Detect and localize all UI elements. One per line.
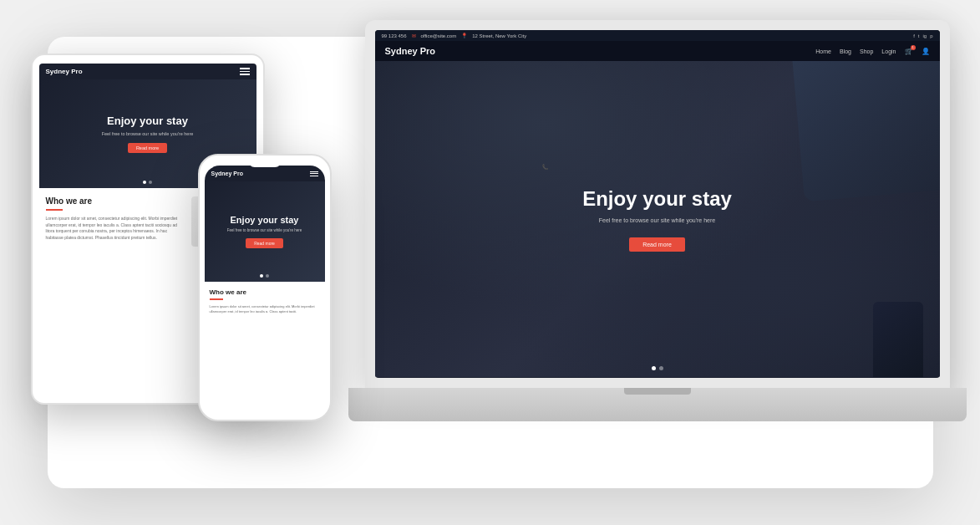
ph-dot-2[interactable] [266, 274, 269, 278]
social-pi[interactable]: p [930, 33, 932, 38]
phone-hero-dots [260, 274, 269, 278]
email-icon: ✉ [412, 33, 416, 38]
tablet-hero-dots [143, 181, 152, 184]
social-ig[interactable]: ig [922, 33, 927, 38]
location-icon: 📍 [461, 33, 467, 38]
laptop-hero-bg-device1 [791, 61, 939, 201]
tablet-hero-subtitle: Feel free to browse our site while you'r… [102, 131, 194, 136]
phone-notch [248, 161, 282, 167]
hamburger-line3 [240, 74, 250, 75]
tablet-hero-title: Enjoy your stay [107, 115, 188, 127]
tab-dot-1[interactable] [143, 181, 146, 184]
ph-hamburger-line3 [310, 176, 318, 176]
tablet-logo[interactable]: Sydney Pro [46, 68, 83, 75]
laptop-screen: 📞 99 123 456 ✉ office@site.com 📍 12 Stre… [375, 30, 940, 378]
phone-navbar: Sydney Pro [205, 166, 325, 181]
phone-icon: 📞 [542, 164, 676, 378]
laptop-address: 12 Street, New York City [472, 33, 526, 38]
laptop-logo[interactable]: Sydney Pro [385, 46, 436, 56]
ph-dot-1[interactable] [260, 274, 263, 278]
laptop-device: 📞 99 123 456 ✉ office@site.com 📍 12 Stre… [365, 20, 950, 421]
hamburger-line1 [240, 68, 250, 69]
hamburger-line2 [240, 71, 250, 73]
laptop-email: office@site.com [421, 33, 457, 38]
tablet-navbar: Sydney Pro [39, 64, 256, 79]
phone-red-underline [210, 298, 223, 300]
phone-logo[interactable]: Sydney Pro [211, 171, 244, 176]
social-tw[interactable]: t [918, 33, 920, 38]
ph-hamburger-line1 [310, 171, 318, 172]
user-icon[interactable]: 👤 [922, 48, 930, 55]
phone-body: Sydney Pro Enjoy your stay Feel free to … [198, 154, 332, 421]
laptop-base [348, 388, 967, 421]
nav-login[interactable]: Login [881, 48, 896, 54]
laptop-navbar: Sydney Pro Home Blog Shop Login 🛒1 👤 [375, 41, 940, 61]
phone-section-title: Who we are [210, 288, 320, 296]
phone-hamburger[interactable] [310, 171, 318, 176]
laptop-body: 📞 99 123 456 ✉ office@site.com 📍 12 Stre… [365, 20, 950, 388]
tab-dot-2[interactable] [149, 181, 152, 184]
cart-icon[interactable]: 🛒1 [905, 48, 913, 55]
phone-device: Sydney Pro Enjoy your stay Feel free to … [198, 154, 332, 421]
laptop-phone: 99 123 456 [382, 33, 407, 38]
phone-section-text: Lorem ipsum dolor sit amet, consectetur … [210, 304, 320, 314]
social-fb[interactable]: f [913, 33, 915, 38]
ph-hamburger-line2 [310, 173, 318, 174]
phone-hero-subtitle: Feel free to browse our site while you'r… [219, 228, 311, 232]
laptop-topbar: 📞 99 123 456 ✉ office@site.com 📍 12 Stre… [375, 30, 940, 41]
phone-content: Who we are Lorem ipsum dolor sit amet, c… [205, 282, 325, 321]
laptop-topbar-left: 📞 99 123 456 ✉ office@site.com 📍 12 Stre… [382, 33, 527, 38]
phone-hero: Enjoy your stay Feel free to browse our … [205, 181, 325, 282]
tablet-hero-cta[interactable]: Read more [128, 143, 167, 153]
laptop-hero-bg-device2 [873, 302, 923, 377]
nav-shop[interactable]: Shop [860, 48, 873, 54]
nav-home[interactable]: Home [815, 48, 831, 54]
nav-blog[interactable]: Blog [840, 48, 851, 54]
phone-hero-title: Enjoy your stay [231, 215, 299, 225]
tablet-hamburger[interactable] [240, 68, 250, 75]
laptop-topbar-right: f t ig p [913, 33, 932, 38]
phone-hero-cta[interactable]: Read more [246, 238, 283, 248]
scene: 📞 99 123 456 ✉ office@site.com 📍 12 Stre… [31, 20, 950, 505]
tablet-red-underline [46, 209, 63, 211]
phone-screen: Sydney Pro Enjoy your stay Feel free to … [205, 166, 325, 411]
laptop-nav-links: Home Blog Shop Login 🛒1 👤 [815, 48, 929, 55]
